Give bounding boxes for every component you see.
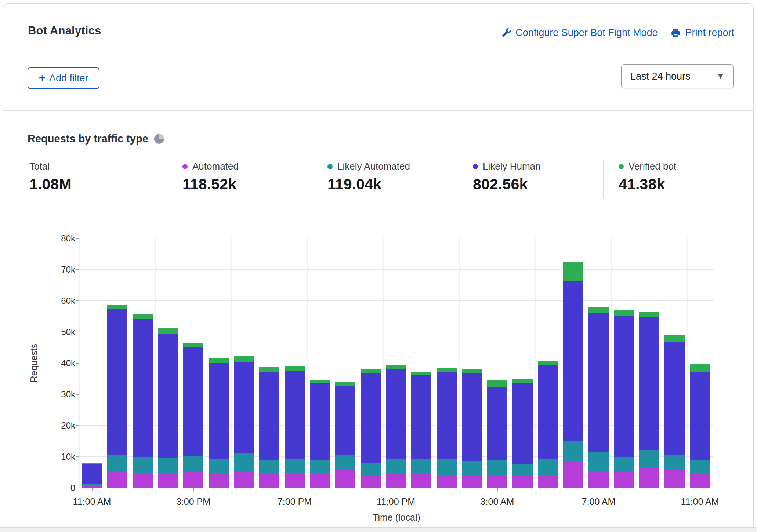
automated-segment: [183, 472, 203, 488]
likely_human-segment: [386, 369, 406, 459]
stat-total[interactable]: Total1.08M: [29, 161, 72, 193]
bar-4-00-AM[interactable]: [512, 379, 533, 488]
add-filter-label: Add filter: [49, 73, 88, 84]
verified_bot-segment: [487, 380, 507, 387]
verified_bot-segment: [234, 356, 254, 362]
automated-segment: [259, 474, 279, 488]
bar-1-00-PM[interactable]: [133, 314, 153, 488]
verified_bot-segment: [462, 369, 482, 373]
bar-11-00-AM[interactable]: [690, 364, 710, 488]
stat-divider: [312, 160, 312, 198]
stat-likely_automated[interactable]: Likely Automated119.04k: [327, 161, 410, 193]
verified_bot-segment: [209, 358, 229, 363]
likely_human-segment: [158, 334, 178, 458]
stat-value: 119.04k: [327, 176, 410, 193]
stat-label: Verified bot: [629, 161, 676, 172]
bar-11-00-PM[interactable]: [386, 365, 406, 488]
likely_automated-segment: [462, 461, 482, 475]
verified_bot-segment: [183, 343, 203, 347]
print-report-link[interactable]: Print report: [671, 27, 734, 39]
automated-segment: [690, 473, 710, 488]
print-link-label: Print report: [685, 27, 734, 39]
automated-segment: [209, 473, 229, 488]
bar-10-00-PM[interactable]: [361, 369, 381, 488]
bar-12-00-AM[interactable]: [411, 372, 431, 488]
next-section-edge: [0, 527, 757, 532]
header-divider: [3, 110, 754, 111]
automated-legend-dot: [182, 164, 188, 169]
verified_bot-segment: [588, 307, 609, 313]
likely_automated-segment: [512, 464, 533, 476]
time-range-dropdown[interactable]: Last 24 hours ▼: [621, 64, 734, 88]
stat-automated[interactable]: Automated118.52k: [182, 161, 239, 193]
stat-label: Likely Human: [483, 161, 541, 172]
automated-segment: [386, 473, 406, 488]
likely_human-segment: [588, 313, 609, 452]
verified_bot-segment: [285, 366, 305, 371]
automated-segment: [437, 476, 457, 488]
time-range-value: Last 24 hours: [630, 71, 691, 82]
bar-1-00-AM[interactable]: [437, 368, 457, 488]
likely_automated-segment: [310, 460, 330, 474]
verified_bot-segment: [107, 305, 127, 309]
automated-segment: [285, 473, 305, 488]
likely_automated-segment: [563, 441, 583, 462]
bar-9-00-PM[interactable]: [335, 382, 355, 488]
bar-7-00-PM[interactable]: [285, 366, 305, 488]
likely_automated-segment: [259, 460, 279, 474]
likely_automated-segment: [614, 457, 634, 473]
traffic-type-stats: Total1.08MAutomated118.52kLikely Automat…: [0, 158, 757, 202]
verified_bot-segment: [386, 365, 406, 369]
bar-2-00-AM[interactable]: [462, 369, 482, 488]
add-filter-button[interactable]: + Add filter: [28, 67, 99, 89]
automated-segment: [234, 472, 254, 488]
likely_automated-segment: [588, 452, 609, 471]
bar-9-00-AM[interactable]: [639, 312, 659, 488]
bar-2-00-PM[interactable]: [158, 328, 178, 488]
bar-4-00-PM[interactable]: [209, 358, 229, 488]
stat-value: 41.38k: [619, 176, 676, 193]
automated-segment: [107, 471, 127, 488]
bar-5-00-PM[interactable]: [234, 356, 254, 488]
likely_human-segment: [335, 386, 355, 455]
likely_human-segment: [437, 372, 457, 459]
bar-12-00-PM[interactable]: [107, 305, 127, 488]
automated-segment: [512, 476, 533, 488]
verified_bot-segment: [664, 335, 685, 342]
likely_human-segment: [462, 373, 482, 461]
configure-super-bot-fight-mode-link[interactable]: Configure Super Bot Fight Mode: [501, 27, 658, 39]
verified_bot-segment: [538, 361, 558, 365]
stat-label: Likely Automated: [337, 161, 410, 172]
bar-8-00-PM[interactable]: [310, 380, 330, 488]
likely_automated-segment: [639, 450, 659, 469]
likely_automated-segment: [664, 455, 685, 470]
bar-6-00-PM[interactable]: [259, 367, 279, 488]
likely_human-segment: [563, 281, 583, 440]
bar-8-00-AM[interactable]: [614, 310, 634, 488]
likely_human-segment: [285, 371, 305, 459]
verified_bot-segment: [614, 310, 634, 316]
automated-segment: [639, 468, 659, 488]
bar-5-00-AM[interactable]: [538, 361, 558, 488]
likely_human-segment: [133, 319, 153, 457]
bar-10-00-AM[interactable]: [664, 335, 685, 488]
bar-11-00-AM[interactable]: [82, 463, 102, 488]
stat-divider: [603, 160, 604, 198]
likely_human-segment: [107, 309, 127, 455]
automated-segment: [588, 471, 609, 488]
bar-3-00-PM[interactable]: [183, 343, 203, 488]
likely_human-segment: [234, 362, 254, 453]
verified_bot-segment: [639, 312, 659, 317]
stat-likely_human[interactable]: Likely Human802.56k: [473, 161, 541, 193]
likely_human-legend-dot: [473, 164, 478, 169]
stat-verified_bot[interactable]: Verified bot41.38k: [619, 161, 676, 193]
likely_automated-segment: [234, 453, 254, 472]
bar-7-00-AM[interactable]: [588, 307, 609, 488]
likely_automated-segment: [437, 459, 457, 475]
likely_human-segment: [411, 375, 431, 459]
bar-3-00-AM[interactable]: [487, 380, 507, 488]
pie-chart-icon: [154, 134, 164, 144]
likely_human-segment: [310, 383, 330, 460]
bar-6-00-AM[interactable]: [563, 262, 583, 488]
verified_bot-segment: [690, 364, 710, 372]
